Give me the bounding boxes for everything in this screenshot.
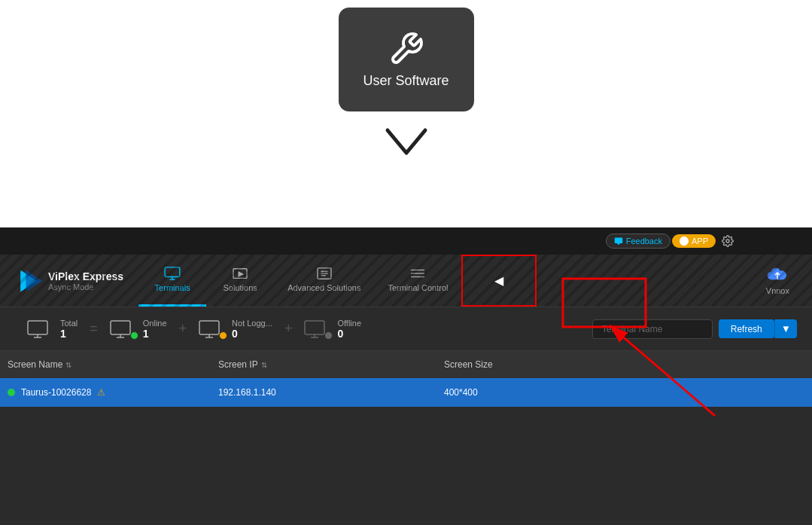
online-info: Online 1 (143, 319, 167, 340)
column-header-name[interactable]: Screen Name ⇅ (8, 359, 218, 370)
equals-separator: = (90, 321, 98, 337)
down-arrow (384, 127, 429, 157)
online-label: Online (143, 319, 167, 328)
plus-separator-2: + (284, 321, 293, 337)
notlogged-label: Not Logg... (232, 319, 272, 328)
notlogged-info: Not Logg... 0 (232, 319, 272, 340)
app-icon-btn (680, 237, 689, 246)
tab-highlighted[interactable]: ◀ (461, 255, 537, 307)
dropdown-arrow: ▼ (781, 323, 791, 334)
tab-terminals[interactable]: Terminals (138, 255, 206, 307)
advanced-solutions-icon (316, 267, 333, 280)
column-header-size: Screen Size (444, 359, 804, 370)
terminal-search: Refresh ▼ (592, 319, 797, 339)
total-label: Total (60, 319, 78, 328)
sort-icon-ip: ⇅ (261, 361, 267, 369)
screen-ip-cell: 192.168.1.140 (218, 387, 276, 398)
gear-icon (722, 235, 734, 247)
top-section: User Software (0, 0, 812, 211)
tab-solutions[interactable]: Solutions (206, 255, 274, 307)
svg-point-0 (726, 240, 729, 243)
table-header: Screen Name ⇅ Screen IP ⇅ Screen Size (0, 351, 812, 378)
svg-marker-2 (26, 270, 42, 291)
online-monitor (110, 320, 135, 338)
nav-right: Vnnox (744, 255, 812, 307)
screen-size-cell: 400*400 (444, 387, 478, 398)
online-stat: Online 1 (98, 319, 179, 340)
screen-name-header: Screen Name (8, 359, 62, 370)
settings-button[interactable] (717, 230, 738, 252)
cell-name: Taurus-10026628 ⚠ (8, 387, 218, 398)
tab-terminal-control-label: Terminal Control (388, 283, 448, 292)
brand-logo (15, 267, 42, 295)
stats-bar: Total 1 = Online 1 + (0, 307, 812, 351)
solutions-icon (232, 267, 248, 280)
refresh-dropdown-button[interactable]: ▼ (774, 319, 797, 338)
screen-size-header: Screen Size (444, 359, 493, 370)
status-dot-online (8, 389, 15, 396)
svg-rect-22 (199, 321, 219, 334)
warning-icon: ⚠ (97, 387, 105, 398)
offline-stat: Offline 0 (292, 319, 373, 340)
app-icon-label: User Software (363, 73, 449, 89)
table-row[interactable]: Taurus-10026628 ⚠ 192.168.1.140 400*400 (0, 378, 812, 407)
column-header-ip[interactable]: Screen IP ⇅ (218, 359, 444, 370)
chevron-down-icon (384, 127, 429, 157)
refresh-button-group: Refresh ▼ (719, 319, 797, 338)
app-icon-container[interactable]: User Software (339, 8, 474, 111)
offline-info: Offline 0 (337, 319, 361, 340)
tab-terminal-control[interactable]: Terminal Control (374, 255, 461, 307)
cell-size: 400*400 (444, 387, 804, 398)
sort-icon-name: ⇅ (65, 361, 71, 369)
wrench-icon (388, 31, 424, 67)
svg-rect-19 (111, 321, 130, 334)
online-value: 1 (143, 328, 167, 340)
tab-terminals-label: Terminals (155, 283, 190, 292)
terminal-name-input[interactable] (592, 319, 713, 339)
tab-advanced-solutions-label: Advanced Solutions (287, 283, 360, 292)
total-stat: Total 1 (15, 319, 90, 340)
refresh-button[interactable]: Refresh (719, 319, 774, 338)
app-button[interactable]: APP (672, 234, 716, 248)
title-bar-right: Feedback APP (606, 230, 806, 252)
svg-rect-3 (165, 267, 180, 277)
svg-marker-7 (239, 272, 242, 276)
brand-name: ViPlex Express (48, 270, 123, 282)
refresh-label: Refresh (731, 324, 762, 334)
total-info: Total 1 (60, 319, 78, 340)
nav-tabs: Terminals Solutions Advanced Solutions (138, 255, 744, 307)
cell-ip: 192.168.1.140 (218, 387, 444, 398)
plus-separator-1: + (179, 321, 187, 337)
vnnox-label: Vnnox (766, 286, 789, 295)
feedback-button[interactable]: Feedback (606, 234, 671, 249)
not-logged-monitor (199, 320, 224, 338)
minimize-button[interactable] (740, 230, 761, 252)
offline-dot (324, 331, 333, 340)
tab-advanced-solutions[interactable]: Advanced Solutions (274, 255, 374, 307)
not-logged-stat: Not Logg... 0 (187, 319, 284, 340)
total-value: 1 (60, 328, 78, 340)
vnnox-cloud-icon (767, 267, 788, 283)
offline-label: Offline (337, 319, 361, 328)
offline-monitor (304, 320, 330, 338)
terminals-icon (164, 267, 181, 280)
vnnox-button[interactable]: Vnnox (759, 267, 797, 295)
brand-text: ViPlex Express Async Mode (48, 270, 123, 291)
offline-value: 0 (337, 328, 361, 340)
tab-solutions-label: Solutions (224, 283, 257, 292)
screen-ip-header: Screen IP (218, 359, 258, 370)
svg-rect-16 (28, 321, 47, 334)
app-window: Feedback APP (0, 227, 812, 525)
screen-name-cell: Taurus-10026628 (21, 387, 91, 398)
notlogged-dot (219, 331, 227, 340)
maximize-button[interactable] (762, 230, 783, 252)
close-button[interactable] (785, 230, 806, 252)
svg-rect-25 (305, 321, 324, 334)
feedback-icon (614, 237, 623, 246)
notlogged-value: 0 (232, 328, 272, 340)
brand-mode: Async Mode (48, 282, 123, 291)
online-dot (130, 331, 138, 340)
terminal-control-icon (409, 267, 426, 280)
nav-area: ViPlex Express Async Mode Terminals (0, 255, 812, 307)
app-label: APP (692, 237, 708, 246)
